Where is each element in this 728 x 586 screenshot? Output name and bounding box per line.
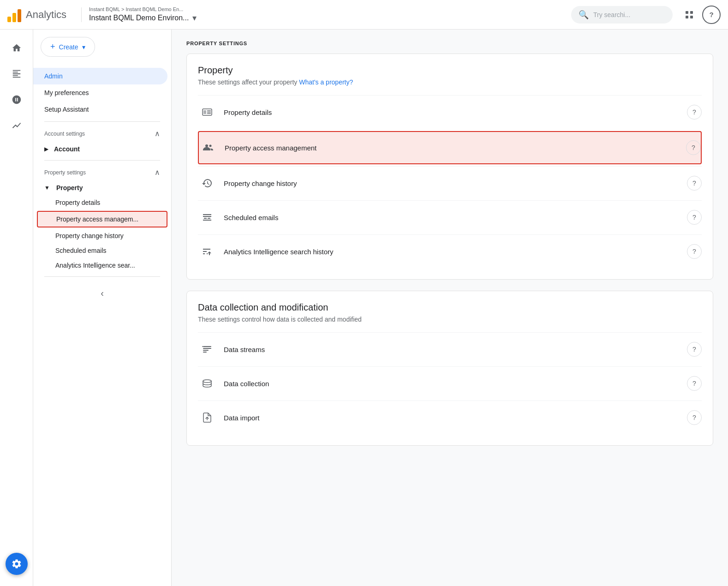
sidebar-item-property-details[interactable]: Property details [33,195,171,210]
property-settings-chevron-icon[interactable]: ∧ [155,168,160,177]
property-access-management-icon [199,138,217,157]
create-label: Create [59,43,78,51]
data-collection-card-subtitle: These settings control how data is colle… [198,316,702,323]
search-bar[interactable]: 🔍 Try searchi... [571,6,673,24]
property-access-management-label: Property access management [225,144,686,152]
data-import-help-button[interactable]: ? [687,410,702,425]
analytics-intelligence-help-button[interactable]: ? [687,244,702,259]
svg-point-11 [210,220,211,221]
plus-icon: + [50,42,55,52]
svg-rect-0 [686,11,688,14]
nav-home-button[interactable] [6,37,28,59]
collapse-icon: ‹ [101,288,104,299]
search-icon: 🔍 [579,10,589,20]
account-settings-chevron-icon[interactable]: ∧ [155,129,160,138]
property-card-title: Property [198,65,702,76]
property-change-history-label: Property change history [224,179,687,187]
property-change-history-help-button[interactable]: ? [687,176,702,191]
search-placeholder: Try searchi... [593,11,630,18]
breadcrumb-top: Instant BQML > Instant BQML Demo En... [89,6,197,12]
scheduled-emails-label: Scheduled emails [224,214,687,221]
data-streams-item[interactable]: Data streams ? [198,332,702,366]
sidebar-item-scheduled-emails[interactable]: Scheduled emails [33,243,171,258]
sidebar-item-property-access-management[interactable]: Property access managem... [37,211,167,227]
sidebar-divider-3 [44,276,160,277]
svg-point-10 [209,145,212,147]
data-collection-icon [198,374,216,393]
data-collection-card: Data collection and modification These s… [186,291,713,446]
header-divider [81,7,82,22]
analytics-intelligence-label: Analytics Intelligence search history [224,248,687,256]
analytics-intelligence-icon [198,242,216,261]
admin-label: Admin [44,72,63,80]
whats-a-property-link[interactable]: What's a property? [299,78,353,86]
property-change-history-item[interactable]: Property change history ? [198,166,702,200]
scheduled-emails-item[interactable]: Scheduled emails ? [198,200,702,234]
svg-point-9 [205,144,208,147]
nav-rail [0,30,33,586]
main-content: PROPERTY SETTINGS Property These setting… [172,30,728,586]
sidebar-item-setup-assistant[interactable]: Setup Assistant [33,101,167,118]
nav-insights-button[interactable] [6,89,28,111]
setup-assistant-label: Setup Assistant [44,106,89,113]
sidebar-item-admin[interactable]: Admin [33,68,167,84]
scheduled-emails-sidebar-label: Scheduled emails [55,247,107,254]
data-streams-help-button[interactable]: ? [687,342,702,357]
breadcrumb: Instant BQML > Instant BQML Demo En... I… [89,6,197,23]
data-collection-help-button[interactable]: ? [687,376,702,391]
data-collection-item[interactable]: Data collection ? [198,366,702,401]
data-import-icon [198,408,216,427]
property-access-management-item[interactable]: Property access management ? [198,131,702,164]
sidebar-divider-1 [44,121,160,122]
property-arrow-icon: ▼ [44,185,50,191]
sidebar-item-account[interactable]: ▶ Account [33,142,171,156]
create-button[interactable]: + Create ▾ [41,37,95,57]
sidebar-item-property[interactable]: ▼ Property [33,180,171,195]
section-title: PROPERTY SETTINGS [186,41,713,46]
svg-rect-2 [686,16,688,18]
nav-reports-button[interactable] [6,63,28,85]
header: Analytics Instant BQML > Instant BQML De… [0,0,728,30]
sidebar: + Create ▾ Admin My preferences Setup As… [33,30,172,586]
data-streams-label: Data streams [224,346,687,353]
property-details-item[interactable]: Property details ? [198,95,702,129]
property-card-subtitle: These settings affect your property What… [198,78,702,86]
property-details-label: Property details [55,199,100,206]
sidebar-item-property-change-history[interactable]: Property change history [33,228,171,243]
breadcrumb-main-label: Instant BQML Demo Environ... [89,14,189,22]
account-label: Account [54,145,80,153]
breadcrumb-chevron-icon: ▾ [192,13,197,23]
property-settings-header: Property settings ∧ [33,164,171,180]
property-change-history-label: Property change history [55,232,124,239]
property-details-icon [198,103,216,121]
breadcrumb-main[interactable]: Instant BQML Demo Environ... ▾ [89,13,197,23]
data-import-item[interactable]: Data import ? [198,401,702,434]
sidebar-collapse-button[interactable]: ‹ [33,281,171,306]
my-preferences-label: My preferences [44,89,89,96]
sidebar-item-my-preferences[interactable]: My preferences [33,84,167,101]
logo: Analytics [7,7,66,22]
data-import-label: Data import [224,414,687,422]
help-button[interactable]: ? [702,6,721,24]
svg-point-13 [203,380,211,383]
apps-grid-button[interactable] [680,6,698,24]
nav-advertising-button[interactable] [6,114,28,137]
property-details-help-button[interactable]: ? [687,105,702,120]
sidebar-divider-2 [44,160,160,161]
account-settings-label: Account settings [44,131,85,137]
property-settings-label: Property settings [44,169,86,176]
analytics-intelligence-item[interactable]: Analytics Intelligence search history ? [198,234,702,268]
svg-rect-3 [690,16,693,18]
scheduled-emails-help-button[interactable]: ? [687,210,702,225]
account-settings-header: Account settings ∧ [33,126,171,142]
settings-fab-button[interactable] [6,553,28,575]
data-streams-icon [198,340,216,359]
data-collection-card-title: Data collection and modification [198,302,702,313]
sidebar-item-analytics-intelligence[interactable]: Analytics Intelligence sear... [33,258,171,273]
property-access-management-help-button[interactable]: ? [686,140,701,155]
svg-rect-5 [203,110,206,114]
svg-rect-1 [690,11,693,14]
app-name: Analytics [26,9,66,21]
property-card-items: Property details ? Property access manag… [198,95,702,268]
header-actions: ? [680,6,721,24]
